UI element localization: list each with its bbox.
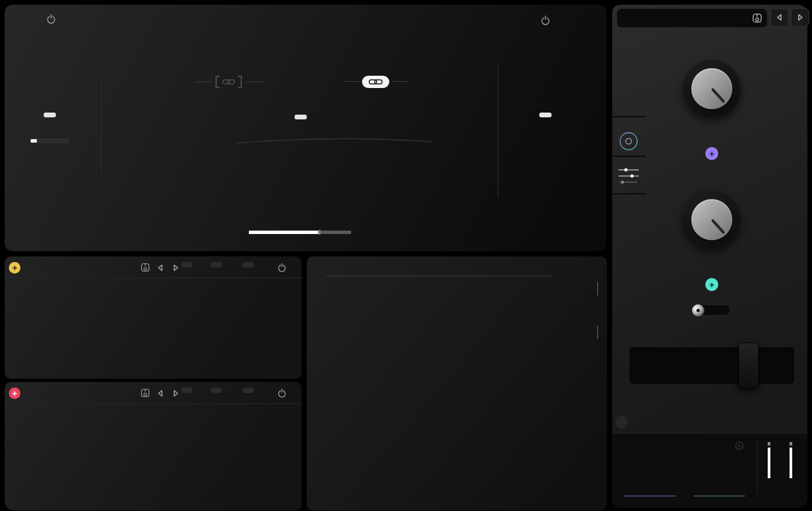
knob-cap <box>691 68 732 109</box>
input-meter <box>768 442 770 478</box>
divider <box>392 81 408 82</box>
divider <box>498 63 498 196</box>
sliders-icon <box>616 166 641 186</box>
clip-knob[interactable] <box>664 172 760 267</box>
brand-block <box>682 397 799 398</box>
density-sync-button[interactable] <box>295 115 307 119</box>
xy-readout-section <box>612 433 808 508</box>
help-button[interactable] <box>615 415 628 428</box>
link-icon <box>368 78 383 86</box>
mod2-clear-button[interactable] <box>243 388 254 393</box>
density-size-link-button[interactable] <box>362 76 389 88</box>
speed-sync-button[interactable] <box>44 113 56 117</box>
speed-fine-slider[interactable] <box>30 138 70 143</box>
prev-icon <box>775 13 784 22</box>
divider <box>597 282 598 295</box>
mod2-prev-icon[interactable] <box>156 389 165 398</box>
particle-field <box>630 348 794 383</box>
mod2-next-icon[interactable] <box>171 389 180 398</box>
zones-dry-wet-handle[interactable] <box>738 342 759 389</box>
zones-save-icon[interactable] <box>751 12 763 24</box>
mod1-prev-icon[interactable] <box>156 263 165 272</box>
mod1-clear-button[interactable] <box>243 262 254 267</box>
mod1-rndm-button[interactable] <box>211 262 222 267</box>
divider <box>757 440 757 495</box>
mod2-source-badge[interactable]: + <box>9 388 20 399</box>
xy-pad[interactable] <box>306 256 607 511</box>
divider <box>612 156 646 157</box>
tab-zones-view[interactable] <box>616 166 641 186</box>
divider <box>344 81 361 82</box>
mod2-sync-button[interactable] <box>181 388 192 393</box>
zones-dry-wet-track[interactable] <box>629 347 794 384</box>
divider <box>326 276 552 276</box>
stretch-power-icon[interactable] <box>46 14 57 25</box>
divider <box>612 116 646 117</box>
divider <box>101 76 102 177</box>
zones-prev-button[interactable] <box>770 8 789 27</box>
mod1-power-icon[interactable] <box>277 263 287 273</box>
grain-controls-panel <box>4 4 607 252</box>
target-icon[interactable] <box>734 441 745 451</box>
zip-add-button[interactable]: + <box>706 147 719 160</box>
mod2-save-icon[interactable] <box>140 388 151 398</box>
portal-plugin-window: + + <box>0 0 812 511</box>
time-sync-button[interactable] <box>539 113 552 117</box>
zones-next-button[interactable] <box>791 8 809 27</box>
reverse-toggle[interactable] <box>693 306 730 315</box>
mod2-power-icon[interactable] <box>277 388 287 398</box>
mod2-waveform[interactable] <box>44 404 302 508</box>
output-meter <box>790 442 792 478</box>
grain-stream-curve <box>232 134 436 147</box>
divider <box>612 193 646 194</box>
zones-header <box>617 9 767 27</box>
mod1-waveform[interactable] <box>44 278 302 378</box>
zip-knob[interactable] <box>664 41 760 136</box>
next-icon <box>796 13 805 22</box>
tab-xy-view[interactable] <box>617 130 640 153</box>
mod2-rndm-button[interactable] <box>211 388 222 393</box>
clip-add-button[interactable]: + <box>706 278 719 291</box>
toggle-thumb <box>692 304 704 317</box>
grain-delay-power-icon[interactable] <box>540 15 551 26</box>
mod1-sync-button[interactable] <box>181 262 192 267</box>
pitch-link-icon[interactable] <box>194 73 265 91</box>
mod1-save-icon[interactable] <box>140 262 151 273</box>
y-underline <box>693 495 745 497</box>
mod1-next-icon[interactable] <box>171 263 180 272</box>
knob-cap <box>691 199 732 240</box>
mod1-source-badge[interactable]: + <box>9 262 20 274</box>
xy-orb-icon <box>617 130 640 153</box>
divider <box>597 325 598 339</box>
x-underline <box>624 495 676 497</box>
dry-wet-slider[interactable] <box>249 231 351 234</box>
